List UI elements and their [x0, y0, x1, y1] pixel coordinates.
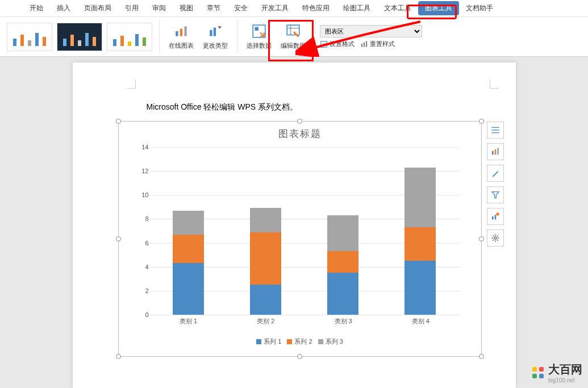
chart-data-button[interactable] — [487, 208, 504, 225]
bar-segment[interactable] — [250, 208, 281, 232]
tab-chapter[interactable]: 章节 — [200, 1, 227, 15]
online-chart-icon — [173, 23, 189, 39]
chart-title[interactable]: 图表标题 — [119, 122, 481, 144]
bar-segment[interactable] — [173, 263, 204, 315]
svg-rect-14 — [366, 41, 367, 47]
legend-swatch — [318, 339, 323, 344]
watermark-logo-icon — [531, 366, 545, 379]
x-tick-label: 类别 1 — [180, 317, 197, 326]
bar-segment[interactable] — [404, 227, 436, 261]
tab-doc-assistant[interactable]: 文档助手 — [459, 1, 500, 15]
bar-segment[interactable] — [173, 235, 204, 264]
tab-page-layout[interactable]: 页面布局 — [77, 1, 118, 15]
svg-rect-18 — [491, 132, 499, 133]
format-icon — [320, 40, 328, 48]
svg-rect-12 — [361, 43, 362, 47]
tab-text-tools[interactable]: 文本工具 — [377, 1, 418, 15]
tab-view[interactable]: 视图 — [173, 1, 200, 15]
resize-handle[interactable] — [116, 236, 121, 241]
bar-segment[interactable] — [250, 285, 281, 315]
svg-rect-2 — [184, 26, 186, 36]
watermark: 大百网 big100.net — [531, 362, 582, 383]
legend-item[interactable]: 系列 3 — [318, 337, 343, 346]
resize-handle[interactable] — [297, 119, 302, 124]
reset-style-button[interactable]: 重置样式 — [360, 40, 395, 48]
document-text-line: Microsoft Office 轻松编辑 WPS 系列文档。 — [147, 102, 487, 112]
chart-plot-area[interactable] — [150, 147, 460, 315]
legend-item[interactable]: 系列 1 — [256, 337, 281, 346]
chart-legend[interactable]: 系列 1系列 2系列 3 — [119, 337, 481, 346]
margin-marker — [490, 80, 499, 89]
chart-elements-button[interactable] — [487, 122, 504, 139]
chart-filter-button[interactable] — [487, 186, 504, 203]
margin-marker — [127, 80, 136, 89]
set-format-button[interactable]: 设置格式 — [320, 40, 355, 48]
resize-handle[interactable] — [479, 119, 484, 124]
y-tick-label: 10 — [141, 191, 148, 198]
tab-chart-tools[interactable]: 图表工具 — [418, 1, 459, 15]
chart-style-thumb-2[interactable] — [57, 23, 102, 51]
svg-rect-16 — [491, 127, 499, 128]
bar-segment[interactable] — [404, 168, 436, 227]
tab-references[interactable]: 引用 — [118, 1, 145, 15]
legend-item[interactable]: 系列 2 — [287, 337, 312, 346]
ribbon-toolbar: 在线图表 更改类型 选择数据 编辑数据 图表区 设置格式 重置样式 — [0, 17, 588, 57]
document-page[interactable]: Microsoft Office 轻松编辑 WPS 系列文档。 图表标题 024… — [73, 62, 516, 388]
resize-handle[interactable] — [297, 354, 302, 359]
svg-rect-4 — [214, 28, 216, 36]
chart-settings-button[interactable] — [487, 230, 504, 247]
legend-label: 系列 1 — [264, 337, 281, 346]
select-data-button[interactable]: 选择数据 — [242, 23, 276, 50]
svg-rect-22 — [492, 216, 494, 219]
resize-handle[interactable] — [479, 354, 484, 359]
online-chart-label: 在线图表 — [169, 41, 194, 50]
ribbon-format-section: 图表区 设置格式 重置样式 — [315, 23, 427, 50]
chart-style-thumb-1[interactable] — [7, 23, 52, 51]
bar-segment[interactable] — [327, 215, 358, 251]
chart-object[interactable]: 图表标题 02468101214 类别 1类别 2类别 3类别 4 系列 1系列… — [118, 121, 482, 357]
bar-segment[interactable] — [173, 211, 204, 235]
gridline — [150, 147, 460, 148]
tab-start[interactable]: 开始 — [23, 1, 50, 15]
legend-swatch — [256, 339, 261, 344]
svg-point-24 — [496, 212, 499, 215]
svg-rect-21 — [497, 148, 499, 155]
resize-handle[interactable] — [116, 119, 121, 124]
change-type-button[interactable]: 更改类型 — [198, 23, 232, 50]
resize-handle[interactable] — [479, 236, 484, 241]
y-tick-label: 14 — [141, 144, 148, 151]
tab-drawing-tools[interactable]: 绘图工具 — [336, 1, 377, 15]
chart-style-thumb-3[interactable] — [107, 23, 152, 51]
svg-rect-17 — [491, 130, 499, 130]
svg-rect-13 — [364, 42, 365, 47]
chart-y-axis: 02468101214 — [139, 147, 150, 315]
bar-segment[interactable] — [327, 251, 358, 273]
tab-security[interactable]: 安全 — [227, 1, 255, 15]
svg-rect-6 — [255, 27, 258, 31]
bar-segment[interactable] — [250, 232, 281, 285]
legend-label: 系列 3 — [326, 337, 343, 346]
bar-group[interactable] — [327, 215, 358, 315]
svg-point-25 — [494, 237, 497, 239]
menu-tabs: 开始 插入 页面布局 引用 审阅 视图 章节 安全 开发工具 特色应用 绘图工具… — [0, 0, 588, 17]
bar-group[interactable] — [404, 168, 436, 315]
tab-insert[interactable]: 插入 — [50, 1, 77, 15]
svg-rect-7 — [287, 25, 299, 35]
bar-segment[interactable] — [404, 261, 436, 315]
bar-segment[interactable] — [327, 273, 358, 315]
online-chart-button[interactable]: 在线图表 — [164, 23, 198, 50]
bar-group[interactable] — [250, 208, 281, 315]
legend-label: 系列 2 — [294, 337, 312, 346]
chart-brush-button[interactable] — [487, 165, 504, 182]
edit-data-button[interactable]: 编辑数据 — [276, 23, 310, 50]
reset-icon — [360, 40, 368, 48]
svg-rect-23 — [494, 215, 496, 219]
select-data-label: 选择数据 — [247, 41, 272, 50]
tab-dev-tools[interactable]: 开发工具 — [255, 1, 295, 15]
tab-review[interactable]: 审阅 — [145, 1, 173, 15]
resize-handle[interactable] — [116, 354, 121, 359]
chart-element-select[interactable]: 图表区 — [320, 25, 422, 37]
chart-styles-button[interactable] — [487, 143, 504, 160]
tab-featured-apps[interactable]: 特色应用 — [295, 1, 336, 15]
bar-group[interactable] — [173, 211, 204, 315]
